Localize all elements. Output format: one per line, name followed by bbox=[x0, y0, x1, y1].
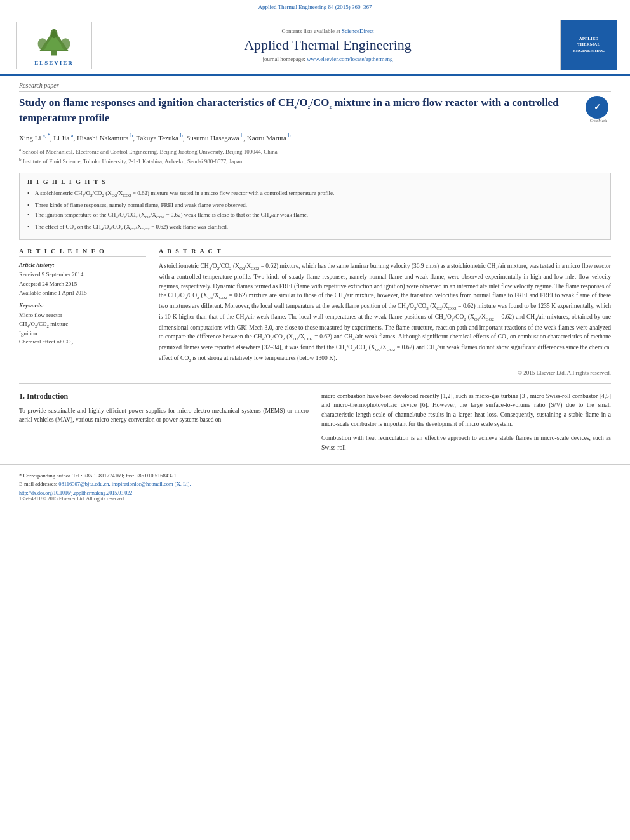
highlights-section: H I G H L I G H T S A stoichiometric CH4… bbox=[19, 173, 611, 240]
intro-right-col: micro combustion have been developed rec… bbox=[321, 392, 611, 458]
authors-line: Xing Li a, *, Li Jia a, Hisashi Nakamura… bbox=[19, 132, 611, 143]
journal-logo-right: APPLIED THERMAL ENGINEERING bbox=[560, 20, 617, 70]
article-history-title: Article history: bbox=[19, 262, 146, 268]
journal-header: ELSEVIER Contents lists available at Sci… bbox=[0, 13, 630, 76]
abstract-heading: A B S T R A C T bbox=[159, 248, 611, 257]
copyright-line: © 2015 Elsevier Ltd. All rights reserved… bbox=[159, 370, 611, 376]
affiliation-a: a School of Mechanical, Electronic and C… bbox=[19, 147, 611, 157]
journal-reference-text: Applied Thermal Engineering 84 (2015) 36… bbox=[258, 4, 372, 10]
main-content: Research paper Study on flame responses … bbox=[0, 76, 630, 464]
keyword: Ignition bbox=[19, 330, 146, 338]
article-info-col: A R T I C L E I N F O Article history: R… bbox=[19, 248, 146, 375]
intro-right-para2: Combustion with heat recirculation is an… bbox=[321, 434, 611, 452]
highlight-item: Three kinds of flame responses, namely n… bbox=[27, 201, 603, 210]
keywords-title: Keywords: bbox=[19, 302, 146, 309]
keyword: Micro flow reactor bbox=[19, 311, 146, 320]
keyword: CH4/O2/CO2 mixture bbox=[19, 320, 146, 330]
corresponding-note-text: * Corresponding author. Tel.: +86 138117… bbox=[19, 472, 178, 479]
crossmark-container: ✓ CrossMark bbox=[586, 96, 611, 123]
journal-reference-bar: Applied Thermal Engineering 84 (2015) 36… bbox=[0, 0, 630, 13]
abstract-col: A B S T R A C T A stoichiometric CH4/O2/… bbox=[159, 248, 611, 375]
sciencedirect-link[interactable]: ScienceDirect bbox=[342, 28, 373, 34]
email-addresses: 08116307@bjtu.edu.cn, inspirationlee@hot… bbox=[58, 481, 191, 487]
highlights-title: H I G H L I G H T S bbox=[27, 178, 603, 185]
crossmark-label: CrossMark bbox=[586, 119, 611, 123]
highlight-item: The effect of CO2 on the CH4/O2/CO2 (XO2… bbox=[27, 223, 603, 233]
keywords-list: Micro flow reactor CH4/O2/CO2 mixture Ig… bbox=[19, 311, 146, 348]
page-footer: * Corresponding author. Tel.: +86 138117… bbox=[0, 464, 630, 506]
svg-point-4 bbox=[61, 38, 70, 50]
affiliations: a School of Mechanical, Electronic and C… bbox=[19, 147, 611, 166]
crossmark-icon: ✓ bbox=[586, 96, 608, 119]
contents-line: Contents lists available at ScienceDirec… bbox=[95, 28, 560, 34]
journal-header-center: Contents lists available at ScienceDirec… bbox=[95, 28, 560, 62]
intro-right-para1: micro combustion have been developed rec… bbox=[321, 392, 611, 429]
section-divider bbox=[19, 383, 611, 384]
history-online: Available online 1 April 2015 bbox=[19, 289, 146, 297]
svg-point-5 bbox=[51, 29, 58, 38]
paper-title: Study on flame responses and ignition ch… bbox=[19, 96, 579, 126]
svg-point-3 bbox=[38, 38, 48, 50]
affiliation-b: b Institute of Fluid Science, Tohoku Uni… bbox=[19, 156, 611, 166]
history-accepted: Accepted 24 March 2015 bbox=[19, 280, 146, 288]
elsevier-logo-container: ELSEVIER bbox=[13, 20, 95, 70]
intro-left-para1: To provide sustainable and highly effici… bbox=[19, 406, 309, 425]
abstract-text: A stoichiometric CH4/O2/CO2 (XO2/XCO2 = … bbox=[159, 262, 611, 364]
elsevier-text: ELSEVIER bbox=[34, 60, 74, 66]
journal-title: Applied Thermal Engineering bbox=[95, 37, 560, 53]
doi-link[interactable]: http://dx.doi.org/10.1016/j.applthermale… bbox=[19, 490, 132, 496]
corresponding-author-note: * Corresponding author. Tel.: +86 138117… bbox=[19, 469, 611, 488]
keyword: Chemical effect of CO2 bbox=[19, 338, 146, 347]
intro-title: 1. Introduction bbox=[19, 392, 309, 401]
article-info-heading: A R T I C L E I N F O bbox=[19, 248, 146, 257]
elsevier-tree-icon bbox=[29, 27, 79, 58]
journal-homepage: journal homepage: www.elsevier.com/locat… bbox=[95, 56, 560, 62]
article-info-abstract: A R T I C L E I N F O Article history: R… bbox=[19, 248, 611, 375]
history-received: Received 9 September 2014 bbox=[19, 270, 146, 279]
footer-issn: 1359-4311/© 2015 Elsevier Ltd. All right… bbox=[19, 496, 611, 502]
title-section: Study on flame responses and ignition ch… bbox=[19, 96, 611, 126]
introduction-section: 1. Introduction To provide sustainable a… bbox=[19, 392, 611, 458]
elsevier-logo: ELSEVIER bbox=[16, 22, 92, 69]
paper-type-label: Research paper bbox=[19, 82, 611, 92]
footer-doi: http://dx.doi.org/10.1016/j.applthermale… bbox=[19, 490, 611, 496]
highlights-list: A stoichiometric CH4/O2/CO2 (XO2/XCO2 = … bbox=[27, 189, 603, 232]
homepage-link[interactable]: www.elsevier.com/locate/apthermeng bbox=[307, 56, 392, 62]
intro-left-col: 1. Introduction To provide sustainable a… bbox=[19, 392, 309, 458]
highlight-item: The ignition temperature of the CH4/O2/C… bbox=[27, 211, 603, 221]
highlight-item: A stoichiometric CH4/O2/CO2 (XO2/XCO2 = … bbox=[27, 189, 603, 199]
email-label: E-mail addresses: bbox=[19, 481, 57, 487]
